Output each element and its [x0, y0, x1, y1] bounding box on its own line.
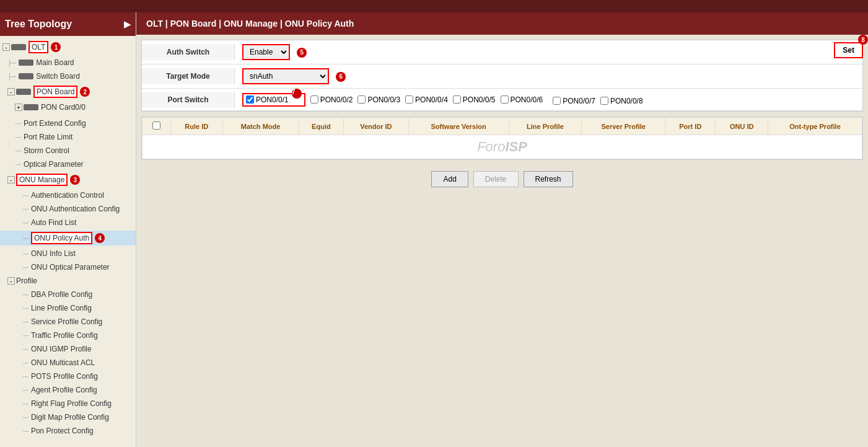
digitmap-label: Digit Map Profile Config [31, 413, 109, 422]
poncard-row[interactable]: + PON Card0/0 [0, 102, 136, 113]
breadcrumb-text: OLT | PON Board | ONU Manage | ONU Polic… [146, 19, 354, 29]
lineprofile-row[interactable]: ·─ Line Profile Config [0, 303, 136, 314]
port-pon007-checkbox[interactable] [553, 97, 561, 105]
profile-label: Profile [16, 277, 37, 285]
lineprofile-label: Line Profile Config [31, 304, 92, 312]
poncard-expand[interactable]: + [15, 104, 22, 111]
pots-row[interactable]: ·─ POTS Profile Config [0, 371, 136, 382]
dba-row[interactable]: ·─ DBA Profile Config [0, 289, 136, 300]
portextend-label: Port Extend Config [24, 119, 86, 128]
ponboard-row[interactable]: - PON Board 2 [0, 84, 136, 99]
onumulticast-label: ONU Multicast ACL [31, 358, 95, 367]
pots-label: POTS Profile Config [31, 372, 98, 381]
badge8: 8 [858, 35, 868, 45]
port-pon002: PON0/0/2 [310, 95, 353, 104]
action-buttons: Add Delete Refresh [136, 165, 868, 193]
mainboard-row[interactable]: ├─ Main Board [0, 57, 136, 68]
target-mode-select[interactable]: snAuth macAuth loid [242, 68, 329, 84]
select-all-checkbox[interactable] [152, 122, 160, 130]
onumanage-expand[interactable]: - [7, 176, 15, 184]
set-button[interactable]: Set [834, 42, 863, 58]
switchboard-row[interactable]: ├─ Switch Board [0, 71, 136, 82]
serviceprofile-label: Service Profile Config [31, 317, 102, 326]
port-switch-label: Port Switch [142, 92, 235, 108]
tree-item-onuigmp: ·─ ONU IGMP Profile [0, 342, 136, 356]
port-pon005-checkbox[interactable] [453, 95, 461, 104]
port-checkboxes: PON0/0/1 7 PON0/0/2 PON0/0/3 [242, 93, 855, 107]
port-pon004: PON0/0/4 [405, 95, 448, 104]
ponboard-badge: 2 [80, 87, 90, 97]
onumanage-row[interactable]: - ONU Manage 3 [0, 172, 136, 187]
breadcrumb: OLT | PON Board | ONU Manage | ONU Polic… [136, 12, 868, 35]
profile-expand[interactable]: - [7, 277, 15, 285]
ponboard-label: PON Board [33, 86, 77, 98]
rightflag-label: Right Flag Profile Config [31, 399, 112, 408]
profile-row[interactable]: - Profile [0, 275, 136, 286]
autofind-row[interactable]: ·─ Auto Find List [0, 217, 136, 228]
onuoptical-row[interactable]: ·─ ONU Optical Parameter [0, 262, 136, 273]
content-main: Auth Switch Enable Disable 5 Target Mode [136, 35, 868, 447]
onupolicyauth-badge: 4 [95, 233, 105, 243]
content-area: OLT | PON Board | ONU Manage | ONU Polic… [136, 12, 868, 447]
port-pon003-checkbox[interactable] [357, 95, 366, 104]
onuauthconfig-row[interactable]: ·─ ONU Authentication Config [0, 203, 136, 215]
authcontrol-row[interactable]: ·─ Authentication Control [0, 190, 136, 201]
onuinfolist-label: ONU Info List [31, 249, 76, 258]
optical-row[interactable]: ·─ Optical Parameter [0, 159, 136, 170]
digitmap-row[interactable]: ·─ Digit Map Profile Config [0, 412, 136, 423]
portratelimit-row[interactable]: ·─ Port Rate Limit [0, 131, 136, 143]
tree-item-onumulticast: ·─ ONU Multicast ACL [0, 356, 136, 370]
ponboard-expand[interactable]: - [7, 88, 15, 95]
onumulticast-row[interactable]: ·─ ONU Multicast ACL [0, 357, 136, 368]
ponboard-icon [16, 89, 31, 95]
onuigmp-row[interactable]: ·─ ONU IGMP Profile [0, 343, 136, 355]
stormcontrol-row[interactable]: ·─ Storm Control [0, 145, 136, 156]
tree-item-portextend: ·─ Port Extend Config [0, 117, 136, 130]
tree-item-digitmap: ·─ Digit Map Profile Config [0, 410, 136, 424]
onuoptical-label: ONU Optical Parameter [31, 263, 110, 272]
port-pon001-checkbox[interactable] [246, 95, 254, 104]
port-pon008-checkbox[interactable] [600, 97, 608, 105]
onumanage-badge: 3 [70, 175, 80, 185]
onuinfolist-row[interactable]: ·─ ONU Info List [0, 248, 136, 259]
delete-button[interactable]: Delete [473, 171, 519, 187]
sidebar-header: Tree Topology ▶ [0, 12, 136, 36]
rightflag-row[interactable]: ·─ Right Flag Profile Config [0, 398, 136, 409]
dot-line: ├─ [7, 60, 16, 66]
olt-label: OLT [28, 41, 48, 53]
col-lineprofile: Line Profile [509, 118, 581, 135]
ponprotect-row[interactable]: ·─ Pon Protect Config [0, 425, 136, 436]
port-switch-row: Port Switch PON0/0/1 7 PON0/0 [142, 89, 862, 111]
top-bar [0, 0, 868, 12]
collapse-arrow-icon[interactable]: ▶ [124, 19, 131, 29]
table-section: Rule ID Match Mode Equid Vendor ID Softw… [141, 117, 863, 160]
trafficprofile-row[interactable]: ·─ Traffic Profile Config [0, 330, 136, 341]
port-pon004-label: PON0/0/4 [415, 95, 448, 104]
onupolicyauth-label: ONU Policy Auth [31, 232, 92, 244]
tree-item-onuauthconfig: ·─ ONU Authentication Config [0, 202, 136, 216]
portextend-row[interactable]: ·─ Port Extend Config [0, 118, 136, 129]
port-pon008-label: PON0/0/8 [610, 97, 643, 105]
tree-item-authcontrol: ·─ Authentication Control [0, 188, 136, 202]
tree-item-profile: - Profile [0, 274, 136, 288]
col-onttypeprofile: Ont-type Profile [768, 118, 862, 135]
add-button[interactable]: Add [431, 171, 468, 187]
tree-item-autofind: ·─ Auto Find List [0, 216, 136, 229]
onupolicyauth-row[interactable]: ·─ ONU Policy Auth 4 [0, 231, 136, 246]
auth-switch-select[interactable]: Enable Disable [242, 44, 290, 60]
onumanage-label: ONU Manage [16, 174, 68, 186]
olt-row[interactable]: - OLT 1 [0, 40, 136, 55]
table-empty-row: ForoISP [142, 135, 862, 159]
trafficprofile-label: Traffic Profile Config [31, 331, 98, 340]
tree-item-optical: ·─ Optical Parameter [0, 157, 136, 171]
col-onuid: ONU ID [716, 118, 768, 135]
olt-expand[interactable]: - [2, 43, 10, 51]
port-pon002-checkbox[interactable] [310, 95, 318, 104]
target-mode-value: snAuth macAuth loid 6 [235, 64, 862, 88]
serviceprofile-row[interactable]: ·─ Service Profile Config [0, 316, 136, 327]
agentprofile-row[interactable]: ·─ Agent Profile Config [0, 384, 136, 396]
port-pon005-label: PON0/0/5 [463, 95, 496, 104]
refresh-button[interactable]: Refresh [524, 171, 573, 187]
port-pon006-checkbox[interactable] [501, 95, 509, 104]
port-pon004-checkbox[interactable] [405, 95, 413, 104]
